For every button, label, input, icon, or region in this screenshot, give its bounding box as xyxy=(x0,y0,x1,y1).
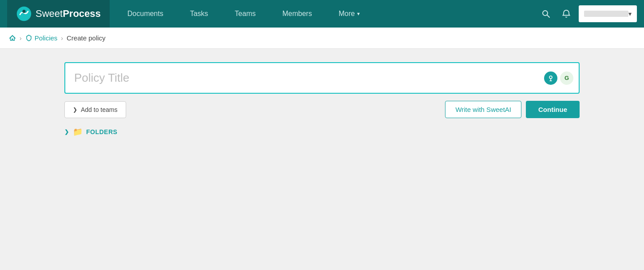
folders-label: FOLDERS xyxy=(86,128,117,135)
home-icon xyxy=(9,35,16,42)
account-label xyxy=(584,11,628,17)
breadcrumb: › Policies › Create policy xyxy=(0,28,644,49)
breadcrumb-policies[interactable]: Policies xyxy=(25,34,58,42)
svg-point-1 xyxy=(22,10,25,13)
account-button[interactable]: ▾ xyxy=(579,5,637,22)
policies-icon xyxy=(25,35,32,42)
title-input-icons: G xyxy=(544,71,573,85)
grammarly-icon-button[interactable]: G xyxy=(560,71,573,85)
policy-title-input[interactable] xyxy=(71,63,544,93)
main-content: G ❯ Add to teams Write with SweetAI Cont… xyxy=(0,49,644,270)
continue-button[interactable]: Continue xyxy=(526,101,580,118)
navbar: SweetProcess Documents Tasks Teams Membe… xyxy=(0,0,644,28)
form-actions: ❯ Add to teams Write with SweetAI Contin… xyxy=(64,101,580,118)
nav-documents[interactable]: Documents xyxy=(114,0,177,28)
nav-more[interactable]: More ▾ xyxy=(325,0,373,28)
folder-icon: 📁 xyxy=(73,127,83,137)
nav-teams[interactable]: Teams xyxy=(222,0,269,28)
policy-form: G ❯ Add to teams Write with SweetAI Cont… xyxy=(64,62,580,137)
navbar-right: ▾ xyxy=(538,5,637,22)
breadcrumb-sep-1: › xyxy=(20,35,22,42)
svg-point-4 xyxy=(549,76,552,79)
nav-members[interactable]: Members xyxy=(269,0,326,28)
breadcrumb-current: Create policy xyxy=(67,34,106,42)
account-dropdown-icon: ▾ xyxy=(628,10,632,17)
bell-icon xyxy=(562,9,571,18)
breadcrumb-home[interactable] xyxy=(9,35,16,42)
svg-line-3 xyxy=(547,15,549,17)
pin-icon xyxy=(548,75,554,81)
folders-section[interactable]: ❯ 📁 FOLDERS xyxy=(64,127,580,137)
chevron-right-icon: ❯ xyxy=(73,107,77,113)
svg-point-0 xyxy=(17,7,31,21)
chevron-down-icon: ▾ xyxy=(357,11,360,17)
pin-icon-button[interactable] xyxy=(544,71,557,85)
write-sweetai-button[interactable]: Write with SweetAI xyxy=(445,101,521,118)
breadcrumb-sep-2: › xyxy=(61,35,63,42)
title-input-wrapper: G xyxy=(64,62,580,94)
nav-tasks[interactable]: Tasks xyxy=(177,0,222,28)
add-to-teams-button[interactable]: ❯ Add to teams xyxy=(64,101,126,118)
notifications-button[interactable] xyxy=(558,6,574,22)
action-buttons-right: Write with SweetAI Continue xyxy=(445,101,580,118)
sweetprocess-logo-icon xyxy=(16,6,32,22)
search-icon xyxy=(541,9,550,18)
nav-links: Documents Tasks Teams Members More ▾ xyxy=(114,0,538,28)
brand-name: SweetProcess xyxy=(36,8,101,20)
brand-logo-area: SweetProcess xyxy=(7,0,110,28)
chevron-right-icon: ❯ xyxy=(64,129,69,135)
search-button[interactable] xyxy=(538,6,554,22)
